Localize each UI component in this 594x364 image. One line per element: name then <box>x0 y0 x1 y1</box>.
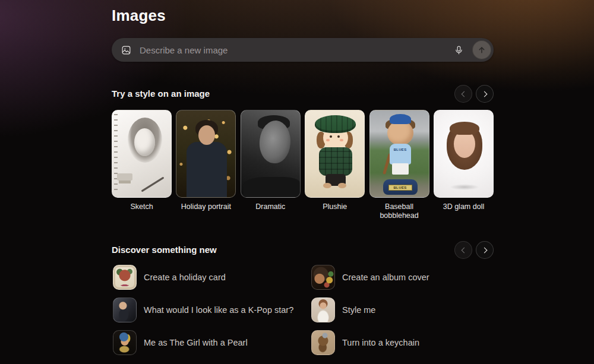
art-shape <box>387 121 413 145</box>
submit-prompt-button[interactable] <box>472 40 491 59</box>
sketch-style-image <box>112 110 172 198</box>
style-carousel-next-button[interactable] <box>476 85 494 103</box>
discover-item-girl-with-pearl[interactable]: Me as The Girl with a Pearl <box>113 330 311 355</box>
arrow-up-icon <box>477 45 486 55</box>
glam-doll-style-image <box>434 110 494 198</box>
add-image-icon[interactable] <box>121 45 131 55</box>
discover-item-label: What would I look like as a K-Pop star? <box>144 305 293 315</box>
discover-grid: Create a holiday card Create an album co… <box>113 265 494 355</box>
art-shape <box>338 183 346 188</box>
prompt-bar <box>112 38 494 62</box>
style-section-header: Try a style on an image <box>112 85 494 103</box>
discover-item-label: Style me <box>342 305 375 315</box>
dramatic-style-image <box>241 110 301 198</box>
microphone-button[interactable] <box>450 41 467 59</box>
keychain-thumbnail <box>311 330 335 355</box>
art-shape <box>392 163 409 175</box>
style-me-thumbnail <box>311 297 335 322</box>
discover-item-label: Create an album cover <box>342 273 429 282</box>
base-plate-text: BLUES <box>388 185 412 191</box>
discover-item-album-cover[interactable]: Create an album cover <box>311 265 494 290</box>
art-shape <box>323 183 331 188</box>
art-shape <box>319 147 352 176</box>
style-section-title: Try a style on an image <box>112 88 210 99</box>
holiday-portrait-style-image <box>176 110 236 198</box>
holiday-card-thumbnail <box>113 265 137 290</box>
style-card-plushie[interactable]: Plushie <box>305 110 365 220</box>
art-shape <box>315 115 356 133</box>
microphone-icon <box>454 45 464 55</box>
art-shape <box>134 128 155 156</box>
discover-carousel-next-button[interactable] <box>476 241 494 259</box>
discover-item-style-me[interactable]: Style me <box>311 297 494 322</box>
chevron-left-icon <box>461 247 467 253</box>
discover-item-holiday-card[interactable]: Create a holiday card <box>113 265 311 290</box>
style-card-label: Plushie <box>305 202 365 211</box>
chevron-right-icon <box>481 91 487 97</box>
images-page: Images Try a style on an image <box>112 0 494 364</box>
style-cards-row: Sketch Holiday portrait Dramatic <box>112 110 494 220</box>
plushie-style-image <box>305 110 365 198</box>
style-carousel-prev-button[interactable] <box>454 85 472 103</box>
art-shape <box>114 114 118 194</box>
page-title: Images <box>112 7 166 25</box>
chevron-left-icon <box>461 91 467 97</box>
style-card-sketch[interactable]: Sketch <box>112 110 172 220</box>
girl-with-pearl-thumbnail <box>113 330 137 355</box>
discover-item-keychain[interactable]: Turn into a keychain <box>311 330 494 355</box>
art-shape <box>390 114 411 124</box>
art-shape <box>117 173 132 181</box>
discover-carousel-prev-button[interactable] <box>454 241 472 259</box>
prompt-input[interactable] <box>138 45 450 56</box>
style-card-label: Dramatic <box>241 202 301 211</box>
art-shape <box>450 184 479 190</box>
discover-item-label: Me as The Girl with a Pearl <box>144 338 248 347</box>
discover-section-header: Discover something new <box>112 241 494 259</box>
baseball-bobblehead-style-image: BLUES BLUES <box>369 110 429 198</box>
art-shape <box>141 177 165 192</box>
art-shape <box>187 142 227 198</box>
style-card-dramatic[interactable]: Dramatic <box>241 110 301 220</box>
style-card-baseball-bobblehead[interactable]: BLUES BLUES Baseball bobblehead <box>369 110 429 220</box>
jersey-text: BLUES <box>390 144 411 164</box>
chevron-right-icon <box>481 247 487 253</box>
discover-item-label: Create a holiday card <box>144 273 226 282</box>
style-card-label: Baseball bobblehead <box>369 202 429 220</box>
style-card-label: Holiday portrait <box>176 202 236 211</box>
style-card-3d-glam-doll[interactable]: 3D glam doll <box>434 110 494 220</box>
art-shape <box>450 122 479 135</box>
discover-section-title: Discover something new <box>112 245 217 255</box>
style-card-label: Sketch <box>112 202 172 211</box>
discover-item-label: Turn into a keychain <box>342 338 419 347</box>
style-card-holiday-portrait[interactable]: Holiday portrait <box>176 110 236 220</box>
art-shape <box>244 177 300 197</box>
style-card-label: 3D glam doll <box>434 202 494 211</box>
kpop-star-thumbnail <box>113 297 137 322</box>
album-cover-thumbnail <box>311 265 335 290</box>
discover-item-kpop-star[interactable]: What would I look like as a K-Pop star? <box>113 297 311 322</box>
